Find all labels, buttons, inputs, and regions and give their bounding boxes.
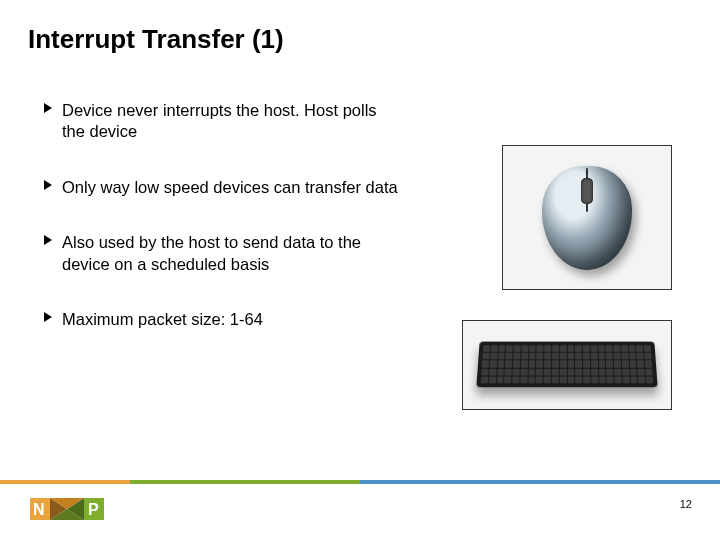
svg-marker-1 [44,180,52,190]
list-item: Also used by the host to send data to th… [44,232,404,275]
svg-marker-3 [44,312,52,322]
nxp-logo: N P [30,494,104,528]
bullet-text: Also used by the host to send data to th… [62,232,404,275]
list-item: Only way low speed devices can transfer … [44,177,404,198]
bullet-list: Device never interrupts the host. Host p… [44,100,404,365]
page-number: 12 [680,498,692,510]
svg-text:P: P [88,501,99,518]
keyboard-icon [472,330,662,400]
footer-accent-bar [0,480,720,484]
list-item: Device never interrupts the host. Host p… [44,100,404,143]
triangle-bullet-icon [44,103,52,113]
triangle-bullet-icon [44,312,52,322]
bullet-text: Device never interrupts the host. Host p… [62,100,404,143]
svg-marker-0 [44,103,52,113]
list-item: Maximum packet size: 1-64 [44,309,404,330]
keyboard-image [462,320,672,410]
mouse-image [502,145,672,290]
slide-title: Interrupt Transfer (1) [28,24,284,55]
triangle-bullet-icon [44,235,52,245]
bullet-text: Maximum packet size: 1-64 [62,309,404,330]
bullet-text: Only way low speed devices can transfer … [62,177,404,198]
svg-marker-2 [44,235,52,245]
svg-text:N: N [33,501,45,518]
mouse-icon [532,158,642,278]
triangle-bullet-icon [44,180,52,190]
image-column [462,145,672,440]
